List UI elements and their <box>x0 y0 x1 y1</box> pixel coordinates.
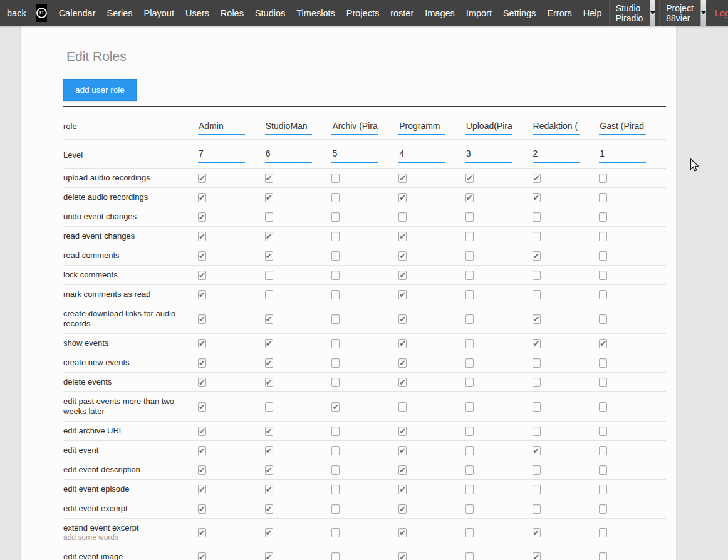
permission-checkbox-checked[interactable] <box>198 465 206 475</box>
nav-item-timeslots[interactable]: Timeslots <box>291 0 341 26</box>
permission-checkbox-checked[interactable] <box>265 528 273 537</box>
permission-checkbox-unchecked[interactable] <box>331 271 340 280</box>
permission-checkbox-unchecked[interactable] <box>599 465 607 475</box>
permission-checkbox-checked[interactable] <box>398 528 407 537</box>
permission-checkbox-unchecked[interactable] <box>599 193 607 202</box>
permission-checkbox-checked[interactable] <box>265 378 273 387</box>
permission-checkbox-unchecked[interactable] <box>465 446 474 455</box>
permission-checkbox-checked[interactable] <box>265 232 273 241</box>
permission-checkbox-checked[interactable] <box>198 339 206 348</box>
studio-select[interactable]: Studio Piradio <box>609 0 656 26</box>
permission-checkbox-unchecked[interactable] <box>599 232 607 241</box>
permission-checkbox-checked[interactable] <box>265 251 273 261</box>
permission-checkbox-unchecked[interactable] <box>599 358 607 368</box>
permission-checkbox-unchecked[interactable] <box>599 402 607 412</box>
permission-checkbox-checked[interactable] <box>198 174 206 183</box>
permission-checkbox-unchecked[interactable] <box>599 485 607 494</box>
permission-checkbox-unchecked[interactable] <box>398 212 407 222</box>
level-input-7[interactable] <box>599 147 646 163</box>
role-name-input-2[interactable] <box>265 120 312 135</box>
permission-checkbox-checked[interactable] <box>331 402 340 412</box>
permission-checkbox-unchecked[interactable] <box>533 358 541 368</box>
permission-checkbox-unchecked[interactable] <box>331 552 340 560</box>
permission-checkbox-checked[interactable] <box>198 232 206 241</box>
permission-checkbox-checked[interactable] <box>198 378 206 387</box>
permission-checkbox-checked[interactable] <box>198 528 206 537</box>
permission-checkbox-unchecked[interactable] <box>599 290 607 299</box>
app-logo[interactable]: ⊓ <box>36 4 47 22</box>
permission-checkbox-checked[interactable] <box>265 193 273 202</box>
permission-checkbox-unchecked[interactable] <box>465 212 474 222</box>
permission-checkbox-unchecked[interactable] <box>331 427 340 436</box>
permission-checkbox-unchecked[interactable] <box>331 465 340 475</box>
permission-checkbox-unchecked[interactable] <box>265 212 273 222</box>
nav-item-roster[interactable]: roster <box>385 0 419 26</box>
permission-checkbox-checked[interactable] <box>533 251 541 261</box>
permission-checkbox-checked[interactable] <box>533 528 541 537</box>
permission-checkbox-unchecked[interactable] <box>465 427 474 436</box>
permission-checkbox-unchecked[interactable] <box>331 290 340 299</box>
nav-item-back[interactable]: back <box>0 0 32 26</box>
level-input-1[interactable] <box>198 147 245 163</box>
permission-checkbox-checked[interactable] <box>533 174 541 183</box>
permission-checkbox-checked[interactable] <box>198 314 206 324</box>
permission-checkbox-unchecked[interactable] <box>465 314 474 324</box>
permission-checkbox-unchecked[interactable] <box>465 232 474 241</box>
permission-checkbox-unchecked[interactable] <box>331 212 340 222</box>
permission-checkbox-checked[interactable] <box>198 402 206 412</box>
permission-checkbox-unchecked[interactable] <box>599 446 607 455</box>
nav-item-help[interactable]: Help <box>578 0 608 26</box>
permission-checkbox-unchecked[interactable] <box>331 232 340 241</box>
permission-checkbox-unchecked[interactable] <box>331 528 340 537</box>
permission-checkbox-unchecked[interactable] <box>265 402 273 412</box>
permission-checkbox-unchecked[interactable] <box>465 290 474 299</box>
permission-checkbox-unchecked[interactable] <box>599 378 607 387</box>
nav-item-errors[interactable]: Errors <box>541 0 577 26</box>
permission-checkbox-checked[interactable] <box>265 339 273 348</box>
permission-checkbox-unchecked[interactable] <box>465 485 474 494</box>
permission-checkbox-checked[interactable] <box>398 232 407 241</box>
nav-item-studios[interactable]: Studios <box>249 0 291 26</box>
permission-checkbox-unchecked[interactable] <box>331 504 340 514</box>
nav-item-images[interactable]: Images <box>419 0 460 26</box>
permission-checkbox-unchecked[interactable] <box>465 271 474 280</box>
role-name-input-3[interactable] <box>331 120 378 135</box>
permission-checkbox-unchecked[interactable] <box>465 465 474 475</box>
level-input-2[interactable] <box>265 147 312 163</box>
permission-checkbox-unchecked[interactable] <box>533 271 541 280</box>
permission-checkbox-checked[interactable] <box>265 427 273 436</box>
permission-checkbox-unchecked[interactable] <box>599 251 607 261</box>
permission-checkbox-unchecked[interactable] <box>599 314 607 324</box>
permission-checkbox-unchecked[interactable] <box>331 193 340 202</box>
permission-checkbox-unchecked[interactable] <box>599 552 607 560</box>
nav-item-calendar[interactable]: Calendar <box>52 0 101 26</box>
permission-checkbox-unchecked[interactable] <box>599 504 607 514</box>
permission-checkbox-checked[interactable] <box>198 552 206 560</box>
permission-checkbox-unchecked[interactable] <box>331 358 340 368</box>
permission-checkbox-checked[interactable] <box>465 193 474 202</box>
permission-checkbox-unchecked[interactable] <box>465 358 474 368</box>
nav-item-import[interactable]: Import <box>460 0 497 26</box>
permission-checkbox-unchecked[interactable] <box>599 528 607 537</box>
permission-checkbox-unchecked[interactable] <box>465 504 474 514</box>
level-input-4[interactable] <box>398 147 445 163</box>
role-name-input-4[interactable] <box>398 120 445 135</box>
chevron-down-icon[interactable] <box>650 0 655 26</box>
permission-checkbox-unchecked[interactable] <box>398 402 407 412</box>
nav-item-projects[interactable]: Projects <box>341 0 385 26</box>
permission-checkbox-unchecked[interactable] <box>533 427 541 436</box>
project-select[interactable]: Project 88vier <box>659 0 706 26</box>
permission-checkbox-checked[interactable] <box>198 212 206 222</box>
permission-checkbox-unchecked[interactable] <box>465 552 474 560</box>
permission-checkbox-checked[interactable] <box>398 193 407 202</box>
permission-checkbox-unchecked[interactable] <box>465 251 474 261</box>
permission-checkbox-unchecked[interactable] <box>599 212 607 222</box>
permission-checkbox-checked[interactable] <box>198 271 206 280</box>
level-input-5[interactable] <box>465 147 512 163</box>
permission-checkbox-checked[interactable] <box>398 504 407 514</box>
permission-checkbox-unchecked[interactable] <box>265 271 273 280</box>
permission-checkbox-unchecked[interactable] <box>465 378 474 387</box>
logout-link[interactable]: Logout <box>706 0 728 26</box>
permission-checkbox-checked[interactable] <box>533 314 541 324</box>
nav-item-users[interactable]: Users <box>180 0 215 26</box>
